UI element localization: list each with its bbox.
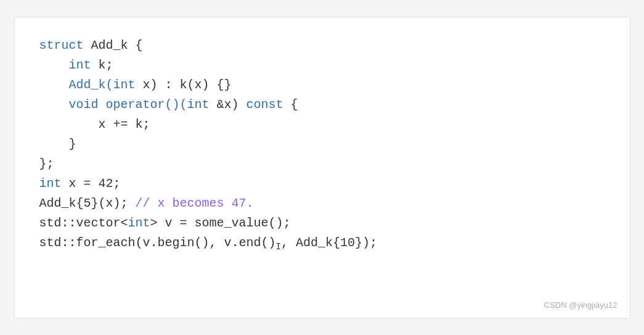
code-line-10: std::vector<int> v = some_value(); <box>39 213 605 233</box>
code-line-1: struct Add_k { <box>39 36 605 56</box>
watermark: CSDN @yingjiayu12 <box>544 300 618 310</box>
code-line-6: } <box>39 134 605 154</box>
code-line-11: std::for_each(v.begin(), v.end()I, Add_k… <box>39 233 605 254</box>
code-line-4: void operator()(int &x) const { <box>39 95 605 115</box>
code-line-5: x += k; <box>39 115 605 134</box>
code-line-8: int x = 42; <box>39 174 605 194</box>
code-container: struct Add_k { int k; Add_k(int x) : k(x… <box>14 17 630 319</box>
code-line-7: }; <box>39 154 605 174</box>
code-block: struct Add_k { int k; Add_k(int x) : k(x… <box>39 36 605 254</box>
code-line-2: int k; <box>39 56 605 75</box>
code-line-9: Add_k{5}(x); // x becomes 47. <box>39 194 605 213</box>
code-line-3: Add_k(int x) : k(x) {} <box>39 75 605 95</box>
